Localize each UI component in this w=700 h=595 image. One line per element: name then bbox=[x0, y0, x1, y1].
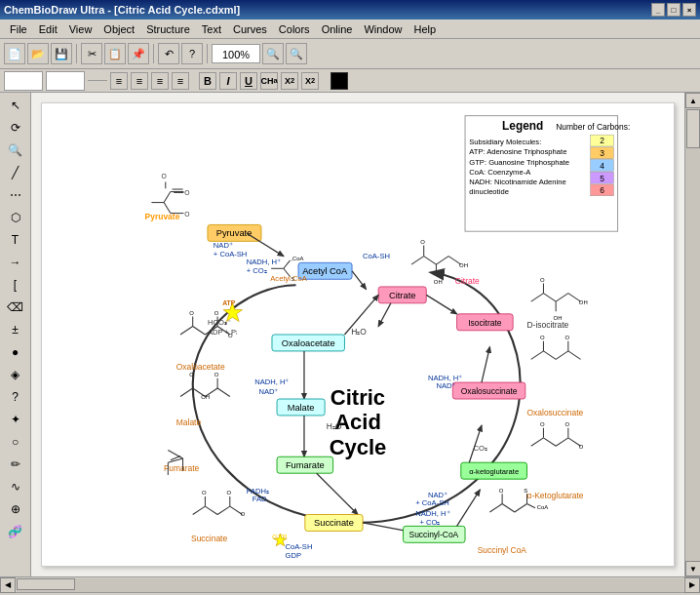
menu-text[interactable]: Text bbox=[196, 21, 227, 37]
maximize-button[interactable]: □ bbox=[667, 3, 681, 17]
bottom-scrollbar[interactable]: ◀ ▶ bbox=[0, 576, 700, 592]
align-justify[interactable]: ≡ bbox=[172, 72, 189, 90]
right-scrollbar[interactable]: ▲ ▼ bbox=[684, 93, 700, 576]
subscript-btn[interactable]: X2 bbox=[281, 72, 298, 90]
size-selector[interactable] bbox=[46, 71, 85, 91]
svg-text:4: 4 bbox=[600, 161, 604, 171]
menu-window[interactable]: Window bbox=[358, 21, 408, 37]
align-right[interactable]: ≡ bbox=[151, 72, 169, 90]
menu-colors[interactable]: Colors bbox=[273, 21, 316, 37]
svg-text:Oxaloacetate: Oxaloacetate bbox=[176, 362, 225, 372]
svg-text:dinucleotide: dinucleotide bbox=[469, 187, 509, 196]
paste-button[interactable]: 📌 bbox=[128, 43, 149, 64]
drawing-canvas[interactable]: Legend Number of Carbons: 2 3 4 5 6 Subs… bbox=[41, 102, 675, 567]
svg-text:Malate: Malate bbox=[176, 417, 202, 427]
fmt-sep bbox=[88, 80, 107, 81]
align-left[interactable]: ≡ bbox=[110, 72, 128, 90]
svg-text:O: O bbox=[162, 173, 167, 179]
svg-text:NADH: Nicotinamide Adenine: NADH: Nicotinamide Adenine bbox=[469, 178, 565, 186]
scroll-right-button[interactable]: ▶ bbox=[684, 577, 700, 593]
chain-tool[interactable]: ⋯ bbox=[3, 184, 28, 206]
bond-tool[interactable]: ╱ bbox=[3, 162, 28, 183]
lasso-tool[interactable]: ○ bbox=[3, 431, 28, 453]
title-bar-buttons[interactable]: _ □ × bbox=[651, 3, 696, 17]
zoom-out-button[interactable]: 🔍 bbox=[262, 43, 284, 64]
cut-button[interactable]: ✂ bbox=[81, 43, 102, 64]
svg-text:ATP: ATP bbox=[222, 299, 236, 306]
new-button[interactable]: 📄 bbox=[4, 43, 25, 64]
svg-text:Succinate: Succinate bbox=[314, 518, 354, 528]
toolbar-row: 📄 📂 💾 ✂ 📋 📌 ↶ ? 100% 🔍 🔍 bbox=[4, 41, 696, 66]
rotate-tool[interactable]: ⟳ bbox=[3, 117, 28, 139]
template-tool[interactable]: ✦ bbox=[3, 409, 28, 430]
svg-text:GDP: GDP bbox=[286, 551, 302, 560]
svg-text:O: O bbox=[189, 310, 194, 316]
zoom-in-button[interactable]: 🔍 bbox=[286, 43, 307, 64]
format-toolbar: ≡ ≡ ≡ ≡ B I U CHa X2 X2 bbox=[0, 69, 700, 93]
ring-tool[interactable]: ⬡ bbox=[3, 207, 28, 228]
svg-text:O: O bbox=[214, 372, 219, 377]
menu-bar: File Edit View Object Structure Text Cur… bbox=[0, 20, 700, 39]
orbital-tool[interactable]: ⊕ bbox=[3, 498, 28, 520]
menu-file[interactable]: File bbox=[4, 21, 33, 37]
svg-text:CoA-SH: CoA-SH bbox=[363, 252, 390, 260]
underline-button[interactable]: U bbox=[240, 72, 257, 90]
menu-curves[interactable]: Curves bbox=[227, 21, 273, 37]
erase-tool[interactable]: ⌫ bbox=[3, 297, 28, 318]
arrow-tool[interactable]: → bbox=[3, 252, 28, 273]
scroll-up-button[interactable]: ▲ bbox=[685, 93, 700, 108]
svg-text:H₂O: H₂O bbox=[351, 327, 367, 337]
copy-button[interactable]: 📋 bbox=[104, 43, 126, 64]
superscript2-btn[interactable]: X2 bbox=[301, 72, 319, 90]
close-button[interactable]: × bbox=[682, 3, 696, 17]
hscroll-thumb[interactable] bbox=[17, 578, 75, 590]
scroll-thumb[interactable] bbox=[686, 109, 700, 148]
save-button[interactable]: 💾 bbox=[51, 43, 72, 64]
text-tool[interactable]: T bbox=[3, 229, 28, 251]
svg-text:O: O bbox=[202, 490, 207, 496]
minimize-button[interactable]: _ bbox=[651, 3, 665, 17]
svg-text:O: O bbox=[189, 372, 194, 377]
menu-edit[interactable]: Edit bbox=[33, 21, 63, 37]
query-tool[interactable]: ? bbox=[3, 386, 28, 408]
menu-help[interactable]: Help bbox=[408, 21, 443, 37]
bio-tool[interactable]: 🧬 bbox=[3, 521, 28, 542]
bold-button[interactable]: B bbox=[199, 72, 216, 90]
spectrum-tool[interactable]: ∿ bbox=[3, 476, 28, 497]
svg-text:O: O bbox=[241, 511, 246, 517]
menu-object[interactable]: Object bbox=[97, 21, 140, 37]
svg-text:Oxalosuccinate: Oxalosuccinate bbox=[527, 408, 584, 417]
svg-text:Acetyl CoA: Acetyl CoA bbox=[270, 274, 308, 283]
zoom-display[interactable]: 100% bbox=[212, 44, 260, 63]
bracket-tool[interactable]: [ bbox=[3, 274, 28, 296]
help-button[interactable]: ? bbox=[181, 43, 203, 64]
menu-structure[interactable]: Structure bbox=[140, 21, 196, 37]
menu-view[interactable]: View bbox=[63, 21, 98, 37]
charge-tool[interactable]: ± bbox=[3, 319, 28, 340]
undo-button[interactable]: ↶ bbox=[158, 43, 179, 64]
pen-tool[interactable]: ✏ bbox=[3, 454, 28, 475]
font-selector[interactable] bbox=[4, 71, 43, 91]
separator-3 bbox=[207, 44, 208, 63]
svg-text:D-isocitrate: D-isocitrate bbox=[527, 320, 569, 330]
menu-online[interactable]: Online bbox=[316, 21, 359, 37]
svg-text:+ CoA-SH: + CoA-SH bbox=[214, 250, 247, 258]
svg-text:Succinyl-CoA: Succinyl-CoA bbox=[408, 530, 458, 539]
svg-text:OH: OH bbox=[201, 394, 210, 400]
svg-text:+ CO₂: + CO₂ bbox=[419, 518, 440, 527]
svg-text:6: 6 bbox=[600, 185, 604, 195]
select-tool[interactable]: ↖ bbox=[3, 95, 28, 116]
align-center[interactable]: ≡ bbox=[131, 72, 148, 90]
zoom-tool[interactable]: 🔍 bbox=[3, 139, 28, 161]
svg-text:+ CoA-SH: + CoA-SH bbox=[415, 498, 448, 507]
open-button[interactable]: 📂 bbox=[27, 43, 49, 64]
scroll-down-button[interactable]: ▼ bbox=[685, 561, 700, 576]
atom-tool[interactable]: ● bbox=[3, 341, 28, 363]
svg-text:NAD⁺: NAD⁺ bbox=[258, 387, 278, 396]
italic-button[interactable]: I bbox=[219, 72, 237, 90]
color-selector[interactable] bbox=[331, 72, 348, 90]
superscript-btn[interactable]: CHa bbox=[260, 72, 278, 90]
scroll-left-button[interactable]: ◀ bbox=[0, 577, 16, 593]
svg-text:Subsidiary Molecules:: Subsidiary Molecules: bbox=[469, 138, 541, 146]
stereo-tool[interactable]: ◈ bbox=[3, 364, 28, 385]
